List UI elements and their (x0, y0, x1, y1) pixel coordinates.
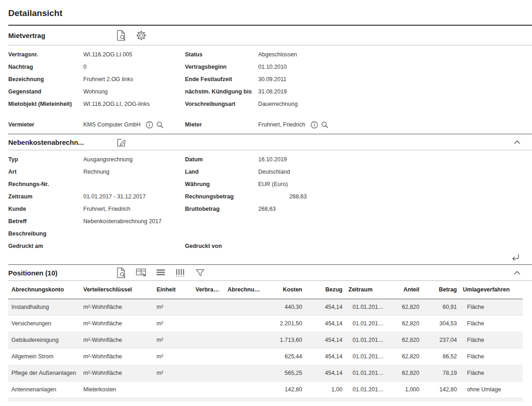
table-row[interactable]: Allgemein Strom m²-Wohnfläche m² 625,44 … (8, 348, 523, 365)
table-row[interactable]: Instandhaltung m²-Wohnfläche m² 440,30 4… (8, 299, 523, 315)
field-label: Kunde (8, 206, 83, 212)
cell-betrag: 304,53 (422, 315, 460, 332)
column-header[interactable]: Bezug (305, 281, 345, 299)
field-value: Nebenkostenabrechnung 2017 (83, 218, 162, 225)
edit-icon[interactable] (114, 136, 128, 148)
field-value: KMS Computer GmbH (83, 121, 141, 128)
field-row: Art Rechnung (8, 165, 185, 178)
cell-kosten: 625,44 (266, 348, 305, 365)
field-value: Dauerrechnung (258, 101, 298, 107)
table-row[interactable]: Versicherungen m²-Wohnfläche m² 2.201,50… (8, 315, 523, 332)
field-label: Gedruckt am (8, 243, 83, 249)
cell-einheit: m² (153, 348, 192, 365)
cell-bezug: 454,14 (305, 348, 345, 365)
field-label: Vermieter (8, 121, 83, 128)
cell-verbrauch (192, 332, 224, 348)
section-positionen: Positionen (10) (8, 265, 532, 401)
cell-kosten: 440,30 (266, 299, 305, 315)
field-label: Typ (8, 156, 83, 163)
cell-verteilerschluessel: Mieterkosten (80, 381, 153, 398)
cell-verbrauch (192, 381, 224, 398)
nebenkosten-fields-right: Datum 16.10.2019 Land Deutschland Währun… (185, 153, 532, 252)
field-value: 16.10.2019 (258, 156, 287, 163)
field-row: Bezeichnung Fruhnert 2.OG links (8, 73, 185, 85)
cell-abrechnungskonto: Pflege der Außenanlagen (8, 365, 80, 381)
mietvertrag-header: Mietvertrag (8, 26, 532, 45)
chevron-up-icon[interactable] (512, 139, 522, 145)
field-row: Gedruckt am (8, 240, 185, 252)
cell-betrag: 78,19 (422, 365, 460, 381)
nebenkosten-footer (8, 252, 532, 264)
search-icon[interactable] (155, 121, 165, 129)
field-label: Bruttobetrag (185, 206, 258, 212)
table-row-partial (8, 398, 523, 401)
preview-icon[interactable] (114, 29, 128, 42)
field-label: Datum (185, 156, 258, 163)
info-icon[interactable] (144, 121, 155, 129)
page-title: Detailansicht (8, 0, 532, 25)
field-label: Land (185, 169, 258, 175)
cell-umlageverfahren: Fläche (460, 315, 523, 332)
column-header[interactable]: Anteil (388, 281, 422, 299)
cell-kosten: 142,80 (266, 381, 305, 398)
cell-betrag: 60,91 (422, 299, 460, 315)
cell-verteilerschluessel: m²-Wohnfläche (80, 315, 153, 332)
cell-umlageverfahren: Fläche (460, 299, 523, 315)
preview-icon[interactable] (114, 266, 128, 280)
column-header[interactable]: Zeitraum (345, 281, 388, 299)
field-row: Beschreibung (8, 227, 185, 240)
cell-verteilerschluessel: m²-Wohnfläche (80, 348, 153, 365)
table-row[interactable]: Gebäudereinigung m²-Wohnfläche m² 1.713,… (8, 332, 523, 348)
cell-verbrauch (192, 299, 224, 315)
cell-betrag: 86,52 (422, 348, 460, 365)
field-row (185, 215, 532, 227)
field-value: 01.10.2010 (258, 64, 287, 70)
barcode-icon[interactable] (174, 267, 187, 278)
cell-umlageverfahren: Fläche (460, 348, 523, 365)
field-label: Vertragsbeginn (185, 64, 258, 70)
cell-einheit: m² (153, 299, 192, 315)
positionen-table: AbrechnungskontoVerteilerschlüsselEinhei… (8, 281, 523, 398)
nebenkosten-fields: Typ Ausgangsrechnung Art Rechnung Rechnu… (8, 150, 532, 252)
chevron-up-icon[interactable] (512, 270, 522, 276)
table-row[interactable]: Pflege der Außenanlagen m²-Wohnfläche m²… (8, 365, 523, 381)
cell-abrechnungskonto: Allgemein Strom (8, 348, 80, 365)
cell-betrag: 237,04 (422, 332, 460, 348)
info-icon[interactable] (309, 121, 320, 129)
column-header[interactable]: Betrag (422, 281, 460, 299)
column-header[interactable]: Einheit (153, 281, 192, 299)
table-header-row: AbrechnungskontoVerteilerschlüsselEinhei… (8, 281, 523, 299)
field-label: Betreff (8, 218, 83, 225)
cell-abrechnungs (224, 348, 266, 365)
column-header[interactable]: Umlageverfahren (460, 281, 523, 299)
column-header[interactable]: Abrechnungs... (224, 281, 266, 299)
field-value: 268,63 (258, 206, 276, 212)
search-icon[interactable] (320, 121, 330, 129)
field-row: Gegenstand Wohnung (8, 85, 185, 98)
field-label: Bezeichnung (8, 76, 83, 82)
table-cursor-icon[interactable] (134, 267, 148, 278)
field-row: Zeitraum 01.01.2017 - 31.12.2017 (8, 190, 185, 203)
table-row[interactable]: Antennenanlagen Mieterkosten 142,80 1,00… (8, 381, 523, 398)
field-row: Ende Festlaufzeit 30.09.2011 (185, 73, 532, 85)
column-header[interactable]: Verbrauch (192, 281, 224, 299)
field-value: Abgeschlossen (258, 51, 297, 58)
column-header[interactable]: Kosten (266, 281, 305, 299)
field-value: Deutschland (258, 169, 290, 175)
section-title-mietvertrag: Mietvertrag (8, 32, 114, 39)
field-row (185, 227, 532, 240)
field-row: Gedruckt von (185, 240, 532, 252)
funnel-filter-icon[interactable] (194, 268, 206, 278)
list-icon[interactable] (154, 268, 167, 278)
cell-bezug: 454,14 (305, 365, 345, 381)
column-header[interactable]: Verteilerschlüssel (80, 281, 153, 299)
field-row: Vertragsnr. WI.116.2OG.LI.005 (8, 48, 185, 60)
undo-return-icon[interactable] (510, 254, 521, 261)
cell-verteilerschluessel: m²-Wohnfläche (80, 365, 153, 381)
column-header[interactable]: Abrechnungskonto (8, 281, 80, 299)
cell-anteil: 62,820 (388, 365, 422, 381)
field-label: Art (8, 169, 83, 175)
settings-gear-icon[interactable] (134, 29, 148, 42)
field-row: Rechnungsbetrag 268,63 (185, 190, 532, 203)
field-row: Status Abgeschlossen (185, 48, 532, 60)
